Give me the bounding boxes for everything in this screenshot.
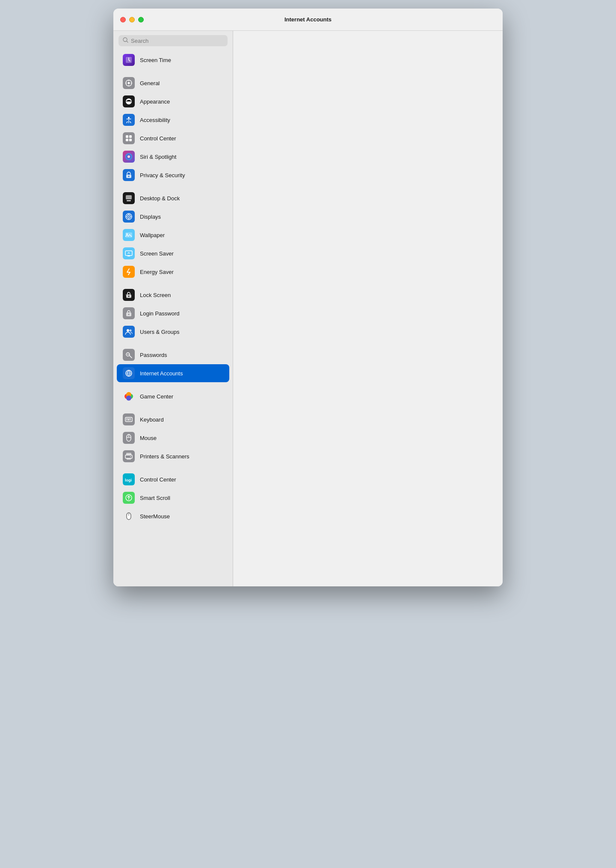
energy-saver-label: Energy Saver <box>140 269 174 275</box>
sidebar-item-users-groups[interactable]: Users & Groups <box>117 323 229 341</box>
general-label: General <box>140 80 160 86</box>
sidebar-item-game-center[interactable]: Game Center <box>117 387 229 405</box>
sidebar-item-smart-scroll[interactable]: Smart Scroll <box>117 489 229 507</box>
steermouse-label: SteerMouse <box>140 513 170 520</box>
svg-rect-23 <box>127 256 130 256</box>
siri-spotlight-label: Siri & Spotlight <box>140 154 176 160</box>
logi-control-icon: logi <box>123 473 135 485</box>
sidebar-item-internet-accounts[interactable]: Internet Accounts <box>117 364 229 382</box>
svg-point-28 <box>127 329 129 332</box>
svg-rect-45 <box>130 419 131 420</box>
window-title: Internet Accounts <box>284 16 332 23</box>
appearance-icon <box>123 95 135 107</box>
control-center-label: Control Center <box>140 135 176 142</box>
sidebar-list: Screen Time General Appearance Accessibi… <box>113 51 233 586</box>
sidebar-item-accessibility[interactable]: Accessibility <box>117 111 229 129</box>
content-area: Screen Time General Appearance Accessibi… <box>113 31 503 586</box>
svg-point-19 <box>128 216 130 217</box>
title-bar: Internet Accounts <box>113 9 503 31</box>
minimize-button[interactable] <box>129 17 135 22</box>
login-password-label: Login Password <box>140 310 180 317</box>
sidebar-item-keyboard[interactable]: Keyboard <box>117 410 229 428</box>
desktop-dock-label: Desktop & Dock <box>140 195 180 202</box>
game-center-label: Game Center <box>140 393 173 400</box>
search-bar[interactable] <box>113 31 233 51</box>
login-password-icon <box>123 307 135 319</box>
sidebar: Screen Time General Appearance Accessibi… <box>113 31 233 586</box>
screen-time-icon <box>123 54 135 66</box>
sidebar-item-screen-time[interactable]: Screen Time <box>117 51 229 69</box>
svg-rect-16 <box>127 200 131 201</box>
passwords-icon <box>123 349 135 361</box>
sidebar-item-screen-saver[interactable]: Screen Saver <box>117 244 229 262</box>
siri-spotlight-icon <box>123 151 135 163</box>
search-input[interactable] <box>131 38 223 44</box>
screen-time-label: Screen Time <box>140 57 171 63</box>
svg-point-6 <box>128 117 130 119</box>
sidebar-item-energy-saver[interactable]: Energy Saver <box>117 263 229 281</box>
smart-scroll-icon <box>123 492 135 504</box>
logi-control-label: Control Center <box>140 476 176 483</box>
sidebar-item-displays[interactable]: Displays <box>117 208 229 226</box>
general-icon <box>123 77 135 89</box>
svg-rect-9 <box>126 139 128 141</box>
accessibility-icon <box>123 114 135 126</box>
svg-point-37 <box>126 395 131 401</box>
internet-accounts-label: Internet Accounts <box>140 370 183 377</box>
search-wrapper[interactable] <box>118 35 228 46</box>
sidebar-item-wallpaper[interactable]: Wallpaper <box>117 226 229 244</box>
sidebar-item-logi-control[interactable]: logi Control Center <box>117 470 229 488</box>
desktop-dock-icon <box>123 192 135 204</box>
svg-point-12 <box>127 155 130 158</box>
privacy-security-label: Privacy & Security <box>140 172 185 178</box>
sidebar-item-mouse[interactable]: Mouse <box>117 429 229 447</box>
sidebar-item-login-password[interactable]: Login Password <box>117 304 229 322</box>
sidebar-item-lock-screen[interactable]: Lock Screen <box>117 286 229 304</box>
printers-scanners-icon <box>123 450 135 462</box>
system-preferences-window: Internet Accounts <box>113 9 503 586</box>
svg-rect-41 <box>129 418 130 419</box>
svg-point-32 <box>128 354 129 355</box>
svg-rect-43 <box>126 419 127 420</box>
mouse-icon <box>123 432 135 444</box>
svg-text:logi: logi <box>125 478 132 482</box>
game-center-icon <box>123 390 135 402</box>
smart-scroll-label: Smart Scroll <box>140 495 170 501</box>
sidebar-item-appearance[interactable]: Appearance <box>117 92 229 110</box>
svg-point-14 <box>128 176 130 177</box>
sidebar-item-printers-scanners[interactable]: Printers & Scanners <box>117 447 229 465</box>
accessibility-label: Accessibility <box>140 117 170 123</box>
svg-point-4 <box>128 82 130 84</box>
svg-rect-39 <box>126 418 127 419</box>
printers-scanners-label: Printers & Scanners <box>140 453 190 460</box>
sidebar-item-siri-spotlight[interactable]: Siri & Spotlight <box>117 148 229 166</box>
svg-rect-22 <box>125 251 132 256</box>
close-button[interactable] <box>120 17 126 22</box>
passwords-label: Passwords <box>140 352 167 358</box>
svg-rect-20 <box>125 232 132 238</box>
sidebar-item-steermouse[interactable]: SteerMouse <box>117 507 229 525</box>
sidebar-item-desktop-dock[interactable]: Desktop & Dock <box>117 189 229 207</box>
screen-saver-icon <box>123 247 135 259</box>
traffic-lights <box>120 17 144 22</box>
sidebar-item-privacy-security[interactable]: Privacy & Security <box>117 166 229 184</box>
lock-screen-label: Lock Screen <box>140 292 171 298</box>
svg-rect-7 <box>126 135 128 138</box>
maximize-button[interactable] <box>138 17 144 22</box>
keyboard-icon <box>123 413 135 425</box>
users-groups-label: Users & Groups <box>140 329 179 335</box>
mouse-label: Mouse <box>140 435 157 441</box>
sidebar-item-general[interactable]: General <box>117 74 229 92</box>
svg-rect-44 <box>127 419 130 420</box>
svg-rect-50 <box>127 458 131 460</box>
sidebar-item-control-center[interactable]: Control Center <box>117 129 229 147</box>
sidebar-item-passwords[interactable]: Passwords <box>117 346 229 364</box>
svg-point-25 <box>128 296 130 297</box>
appearance-label: Appearance <box>140 98 170 105</box>
svg-rect-8 <box>129 135 132 138</box>
svg-rect-15 <box>126 195 132 199</box>
displays-label: Displays <box>140 214 161 220</box>
svg-point-31 <box>127 354 128 355</box>
wallpaper-icon <box>123 229 135 241</box>
svg-line-1 <box>127 41 128 42</box>
